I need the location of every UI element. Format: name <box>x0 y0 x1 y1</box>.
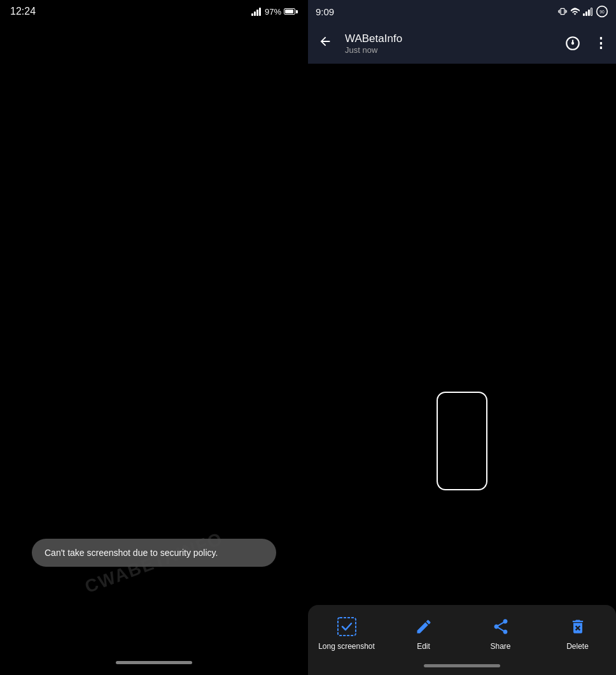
svg-point-3 <box>572 43 573 44</box>
delete-button[interactable]: Delete <box>539 615 616 651</box>
left-time: 12:24 <box>10 6 36 17</box>
right-status-bar: 9:09 90 <box>308 0 616 23</box>
back-button[interactable] <box>313 29 337 57</box>
timer-button[interactable] <box>563 33 583 53</box>
signal-bars-icon <box>251 7 261 16</box>
battery-percent: 97% <box>265 7 281 17</box>
action-buttons: Long screenshot Edit Share <box>308 605 616 656</box>
right-nav-bar <box>308 656 616 675</box>
left-nav-bar <box>0 650 308 675</box>
edit-button[interactable]: Edit <box>385 615 462 651</box>
signal-bars-right-icon <box>583 7 592 16</box>
share-label: Share <box>490 642 510 651</box>
long-screenshot-icon <box>335 615 358 638</box>
battery-icon <box>284 8 298 15</box>
svg-text:90: 90 <box>599 10 605 14</box>
share-button[interactable]: Share <box>462 615 539 651</box>
right-nav-pill <box>424 664 500 667</box>
edit-icon <box>412 615 435 638</box>
left-panel: 12:24 97% CWABETAINFO Can't take screens… <box>0 0 308 675</box>
left-status-icons: 97% <box>251 7 298 17</box>
contact-name: WABetaInfo <box>345 32 557 45</box>
right-time: 9:09 <box>316 6 334 17</box>
battery-circle-icon: 90 <box>596 5 608 18</box>
contact-info[interactable]: WABetaInfo Just now <box>342 32 557 55</box>
contact-status: Just now <box>345 45 557 55</box>
delete-label: Delete <box>566 642 589 651</box>
long-screenshot-button[interactable]: Long screenshot <box>308 615 385 651</box>
delete-icon <box>566 615 589 638</box>
long-screenshot-label: Long screenshot <box>318 642 375 651</box>
phone-preview <box>437 392 487 490</box>
right-chat-area <box>308 64 616 605</box>
vibrate-icon <box>558 7 567 16</box>
left-status-bar: 12:24 97% <box>0 0 308 23</box>
bottom-action-bar: Long screenshot Edit Share <box>308 605 616 675</box>
edit-label: Edit <box>417 642 430 651</box>
right-status-icons: 90 <box>558 5 608 18</box>
left-black-area: CWABETAINFO Can't take screenshot due to… <box>0 23 308 650</box>
svg-rect-4 <box>338 618 356 636</box>
wifi-icon <box>570 7 580 17</box>
nav-pill <box>116 661 192 664</box>
more-options-button[interactable]: ⋮ <box>591 33 611 53</box>
wa-toolbar: WABetaInfo Just now ⋮ <box>308 23 616 64</box>
security-toast: Can't take screenshot due to security po… <box>32 539 276 567</box>
toolbar-icons: ⋮ <box>563 33 611 53</box>
right-panel: 9:09 90 <box>308 0 616 675</box>
toast-text: Can't take screenshot due to security po… <box>45 548 218 558</box>
share-icon <box>489 615 512 638</box>
